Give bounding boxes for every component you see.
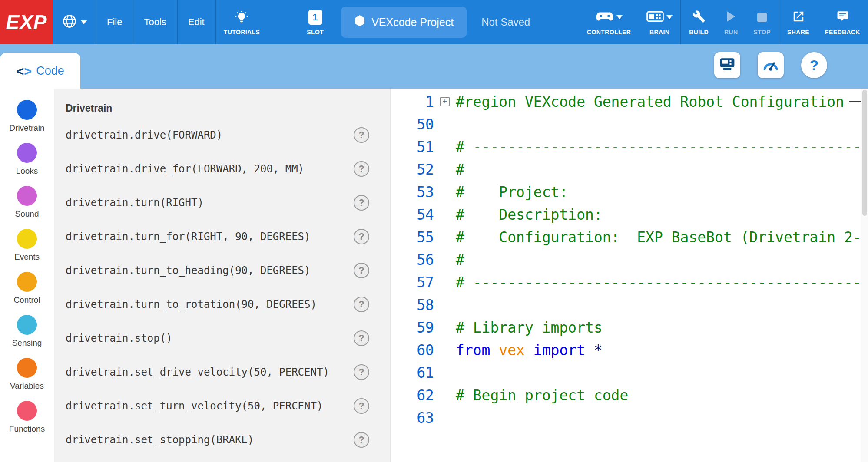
speech-bubble-icon — [836, 10, 849, 24]
feedback-button[interactable]: FEEDBACK — [817, 0, 868, 44]
command-help-button[interactable]: ? — [354, 195, 369, 211]
code-line: 58 — [391, 294, 868, 316]
tab-code[interactable]: <> Code — [0, 53, 80, 89]
tutorials-button[interactable]: TUTORIALS — [216, 0, 268, 44]
code-text: #region VEXcode Generated Robot Configur… — [456, 93, 844, 110]
chevron-down-icon — [616, 15, 623, 19]
category-circle — [17, 100, 37, 120]
command-row[interactable]: drivetrain.turn_to_rotation(90, DEGREES)… — [54, 287, 390, 321]
help-button[interactable]: ? — [801, 52, 827, 78]
fold-expand-icon[interactable]: + — [440, 97, 450, 106]
command-row[interactable]: drivetrain.set_stopping(BRAKE) ? — [54, 423, 390, 457]
command-help-button[interactable]: ? — [354, 398, 369, 414]
command-row[interactable]: drivetrain.turn(RIGHT) ? — [54, 186, 390, 220]
menu-edit[interactable]: Edit — [178, 0, 215, 44]
category-item-events[interactable]: Events — [0, 229, 54, 272]
category-item-variables[interactable]: Variables — [0, 358, 54, 401]
menu-tools[interactable]: Tools — [133, 0, 176, 44]
editor-scrollbar[interactable] — [861, 89, 868, 462]
category-label: Control — [13, 295, 40, 305]
code-line: 62 # Begin project code — [391, 384, 868, 406]
command-row[interactable]: drivetrain.set_drive_velocity(50, PERCEN… — [54, 355, 390, 389]
command-row[interactable]: drivetrain.turn_to_heading(90, DEGREES) … — [54, 254, 390, 287]
monitor-button[interactable] — [758, 52, 784, 78]
code-text: # — [456, 161, 464, 178]
code-line: 52 # — [391, 158, 868, 181]
category-item-sound[interactable]: Sound — [0, 186, 54, 229]
menu-file[interactable]: File — [96, 0, 133, 44]
commands-list: drivetrain.drive(FORWARD) ? drivetrain.d… — [54, 118, 390, 457]
command-help-button[interactable]: ? — [354, 432, 369, 448]
command-row[interactable]: drivetrain.drive_for(FORWARD, 200, MM) ? — [54, 152, 390, 186]
category-item-drivetrain[interactable]: Drivetrain — [0, 100, 54, 143]
chevron-down-icon — [81, 20, 87, 24]
language-button[interactable] — [53, 0, 96, 44]
line-number: 61 — [391, 364, 434, 381]
code-line: 60 from vex import * — [391, 339, 868, 361]
commands-panel: Drivetrain drivetrain.drive(FORWARD) ? d… — [54, 89, 390, 462]
command-row[interactable]: drivetrain.turn_for(RIGHT, 90, DEGREES) … — [54, 220, 390, 254]
category-label: Events — [14, 252, 40, 262]
globe-icon — [62, 13, 77, 31]
category-label: Variables — [10, 381, 44, 391]
command-help-button[interactable]: ? — [354, 161, 369, 177]
gauge-icon — [762, 57, 779, 73]
category-label: Sensing — [12, 338, 42, 348]
command-row[interactable]: drivetrain.drive(FORWARD) ? — [54, 118, 390, 152]
command-text: drivetrain.turn(RIGHT) — [66, 197, 204, 209]
tab-code-label: Code — [36, 64, 64, 78]
save-status: Not Saved — [481, 0, 530, 44]
category-item-looks[interactable]: Looks — [0, 143, 54, 186]
stop-button[interactable]: STOP — [746, 0, 779, 44]
line-number: 56 — [391, 251, 434, 268]
line-number: 55 — [391, 229, 434, 246]
build-button[interactable]: BUILD — [681, 0, 716, 44]
command-help-button[interactable]: ? — [354, 263, 369, 278]
controller-button[interactable]: CONTROLLER — [579, 0, 639, 44]
code-text: # --------------------------------------… — [456, 139, 868, 155]
code-text: # — [456, 251, 464, 268]
category-circle — [17, 272, 37, 292]
category-circle — [17, 401, 37, 421]
share-button[interactable]: SHARE — [779, 0, 817, 44]
command-help-button[interactable]: ? — [354, 127, 369, 143]
stop-label: STOP — [754, 29, 771, 36]
code-line: 61 — [391, 361, 868, 384]
wrench-icon — [692, 10, 706, 24]
category-label: Sound — [15, 209, 39, 219]
run-button[interactable]: RUN — [716, 0, 746, 44]
command-help-button[interactable]: ? — [354, 330, 369, 346]
code-editor[interactable]: 1 + #region VEXcode Generated Robot Conf… — [390, 89, 868, 462]
controller-icon — [596, 11, 614, 23]
code-line: 56 # — [391, 248, 868, 271]
command-row[interactable]: drivetrain.set_turn_velocity(50, PERCENT… — [54, 389, 390, 423]
category-circle — [17, 358, 37, 378]
slot-button[interactable]: 1 SLOT — [294, 0, 337, 44]
chevron-down-icon — [666, 15, 673, 19]
line-number: 50 — [391, 116, 434, 133]
brain-button[interactable]: BRAIN — [639, 0, 680, 44]
top-toolbar: EXP File Tools Edit — [0, 0, 868, 44]
command-help-button[interactable]: ? — [354, 297, 369, 312]
code-text: # Project: — [456, 184, 568, 201]
category-item-sensing[interactable]: Sensing — [0, 315, 54, 358]
line-number: 62 — [391, 387, 434, 404]
devices-button[interactable] — [714, 52, 740, 78]
build-label: BUILD — [689, 29, 709, 36]
category-circle — [17, 229, 37, 249]
share-label: SHARE — [787, 29, 809, 36]
command-help-button[interactable]: ? — [354, 229, 369, 244]
commands-panel-title: Drivetrain — [66, 102, 390, 114]
code-text: # Configuration: EXP BaseBot (Drivetrain… — [456, 229, 861, 246]
project-name-button[interactable]: VEXcode Project — [341, 7, 467, 38]
scrollbar-thumb[interactable] — [862, 90, 867, 216]
line-number: 54 — [391, 206, 434, 223]
category-item-control[interactable]: Control — [0, 272, 54, 315]
command-row[interactable]: drivetrain.stop() ? — [54, 321, 390, 355]
code-line: 53 # Project: — [391, 181, 868, 203]
command-help-button[interactable]: ? — [354, 364, 369, 380]
stop-icon — [757, 13, 767, 22]
category-item-functions[interactable]: Functions — [0, 401, 54, 444]
exp-logo-button[interactable]: EXP — [0, 0, 53, 44]
lightbulb-icon — [235, 9, 248, 26]
